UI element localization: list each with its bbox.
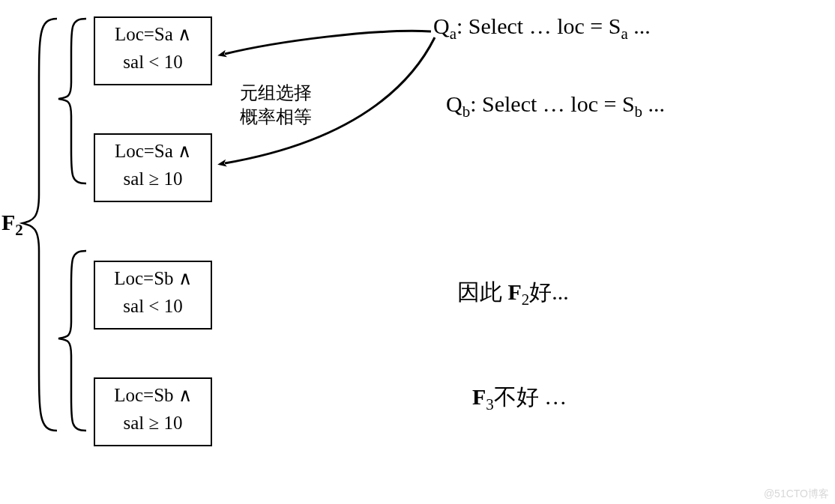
query-qb: Qb: Select … loc = Sb ...	[446, 91, 665, 121]
brace-outer	[22, 19, 57, 431]
qb-prefix: Q	[446, 91, 462, 116]
box3-line1: Loc=Sb ∧	[114, 268, 192, 288]
qa-prefix: Q	[433, 13, 450, 38]
note-equal-probability: 元组选择 概率相等	[240, 81, 312, 130]
f2-sub: 2	[15, 221, 23, 239]
box4-line2: sal ≥ 10	[98, 411, 208, 436]
box3-line2: sal < 10	[98, 294, 208, 319]
c2-f: F	[472, 384, 486, 409]
box1-line1: Loc=Sa ∧	[115, 24, 191, 44]
box4-line1: Loc=Sb ∧	[114, 385, 192, 405]
qb-sub2: b	[635, 103, 643, 121]
qb-tail: ...	[642, 91, 665, 116]
query-qa: Qa: Select … loc = Sa ...	[433, 13, 651, 43]
conclusion-f2: 因此 F2好...	[457, 277, 569, 309]
arrow-qa-to-box1	[225, 31, 431, 54]
brace-lower	[58, 251, 86, 431]
watermark: @51CTO博客	[764, 488, 829, 501]
fragment-box-1: Loc=Sa ∧ sal < 10	[94, 16, 212, 85]
c1-post: 好...	[529, 279, 569, 304]
brace-upper	[58, 19, 86, 183]
box2-line1: Loc=Sa ∧	[115, 141, 191, 161]
c1-sub: 2	[522, 291, 530, 309]
f2-symbol: F	[1, 210, 15, 234]
qb-sub: b	[462, 103, 471, 121]
fragment-box-2: Loc=Sa ∧ sal ≥ 10	[94, 133, 212, 202]
f2-label: F2	[1, 210, 23, 240]
c2-post: 不好 …	[494, 384, 567, 409]
qa-sub: a	[450, 25, 456, 43]
c1-pre: 因此	[457, 279, 508, 304]
qb-body: : Select … loc = S	[470, 91, 634, 116]
qa-sub2: a	[621, 25, 627, 43]
c1-f: F	[508, 279, 522, 304]
c2-sub: 3	[486, 395, 494, 413]
qa-tail: ...	[628, 13, 651, 38]
fragment-box-4: Loc=Sb ∧ sal ≥ 10	[94, 377, 212, 446]
conclusion-f3: F3不好 …	[472, 382, 567, 414]
fragment-box-3: Loc=Sb ∧ sal < 10	[94, 261, 212, 330]
box2-line2: sal ≥ 10	[98, 167, 208, 192]
note-line1: 元组选择	[240, 83, 312, 103]
box1-line2: sal < 10	[98, 50, 208, 75]
note-line2: 概率相等	[240, 107, 312, 127]
qa-body: : Select … loc = S	[456, 13, 621, 38]
